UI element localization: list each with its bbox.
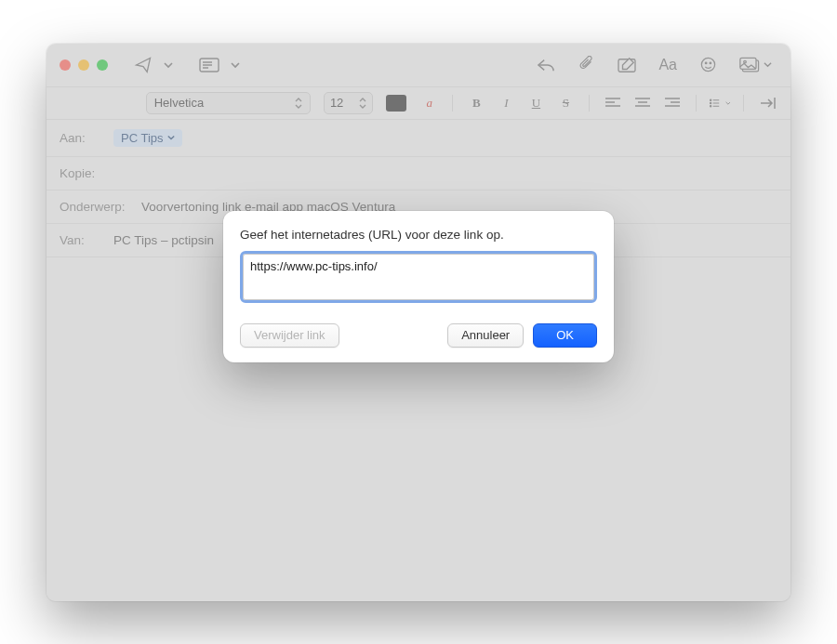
recipient-chip[interactable]: PC Tips	[113, 129, 182, 147]
align-right-button[interactable]	[662, 93, 683, 113]
desktop: Aa Helvetica 12 a B I U S	[0, 0, 837, 644]
text-style-group: B I U S	[466, 93, 576, 113]
dialog-title: Geef het internetadres (URL) voor deze l…	[240, 228, 597, 242]
chevron-down-icon	[164, 60, 173, 70]
header-fields-menu-button[interactable]	[225, 52, 246, 78]
smiley-icon	[699, 56, 717, 73]
add-link-dialog: Geef het internetadres (URL) voor deze l…	[223, 211, 614, 362]
format-aa-icon: Aa	[658, 57, 677, 73]
svg-point-22	[711, 102, 711, 103]
font-size-value: 12	[330, 96, 343, 110]
send-button-group	[128, 52, 179, 78]
indent-button[interactable]	[757, 93, 777, 113]
remove-link-button[interactable]: Verwijder link	[240, 323, 339, 348]
list-icon	[710, 98, 722, 109]
updown-icon	[359, 98, 366, 109]
markup-icon	[618, 57, 636, 73]
separator	[452, 95, 453, 112]
traffic-lights	[60, 59, 108, 71]
align-left-button[interactable]	[603, 93, 623, 113]
header-fields-button-group	[193, 52, 246, 78]
cc-label: Kopie:	[60, 166, 104, 180]
align-center-icon	[635, 98, 650, 109]
svg-point-20	[711, 99, 711, 99]
text-color-swatch[interactable]	[386, 95, 406, 112]
strike-button[interactable]: S	[555, 93, 576, 113]
svg-point-6	[705, 62, 707, 64]
text-style-button[interactable]: a	[419, 93, 440, 113]
photos-icon	[739, 57, 762, 73]
to-label: Aan:	[60, 131, 104, 145]
from-label: Van:	[60, 233, 104, 247]
list-button[interactable]	[710, 93, 730, 113]
chevron-down-icon	[764, 60, 772, 69]
attach-button[interactable]	[573, 52, 601, 78]
markup-button[interactable]	[612, 52, 642, 78]
send-button[interactable]	[128, 52, 158, 78]
separator	[589, 95, 590, 112]
subject-label: Onderwerp:	[60, 200, 132, 214]
minimize-window-button[interactable]	[78, 59, 89, 71]
chevron-down-icon	[725, 99, 731, 107]
mail-compose-window: Aa Helvetica 12 a B I U S	[46, 44, 790, 601]
chevron-down-icon	[231, 60, 240, 70]
cc-field-row[interactable]: Kopie:	[46, 157, 790, 191]
align-center-button[interactable]	[632, 93, 653, 113]
paperplane-icon	[134, 56, 153, 74]
updown-icon	[295, 98, 302, 109]
to-field-row: Aan: PC Tips	[46, 120, 790, 157]
send-menu-button[interactable]	[158, 52, 179, 78]
dialog-button-row: Verwijder link Annuleer OK	[240, 323, 597, 348]
alignment-group	[603, 93, 683, 113]
ok-button[interactable]: OK	[533, 323, 597, 348]
header-fields-button[interactable]	[193, 52, 225, 78]
svg-point-5	[701, 58, 714, 71]
bold-button[interactable]: B	[466, 93, 486, 113]
from-value: PC Tips – pctipsin	[113, 233, 214, 247]
close-window-button[interactable]	[60, 59, 71, 71]
font-family-value: Helvetica	[154, 96, 204, 110]
url-input[interactable]	[240, 251, 597, 303]
emoji-button[interactable]	[694, 52, 723, 78]
recipient-name: PC Tips	[121, 131, 164, 145]
list-rect-icon	[199, 58, 219, 72]
cancel-button[interactable]: Annuleer	[447, 323, 524, 348]
window-titlebar: Aa	[46, 44, 790, 86]
toolbar-actions: Aa	[530, 52, 777, 78]
separator	[743, 95, 744, 112]
photo-browser-button[interactable]	[734, 52, 777, 78]
reply-button[interactable]	[530, 52, 562, 78]
font-family-select[interactable]: Helvetica	[146, 92, 311, 114]
align-left-icon	[605, 98, 620, 109]
svg-point-7	[710, 62, 711, 64]
paperclip-icon	[578, 56, 595, 74]
font-size-select[interactable]: 12	[324, 92, 373, 114]
svg-point-24	[711, 105, 711, 106]
chevron-down-icon	[167, 134, 175, 141]
italic-button[interactable]: I	[496, 93, 516, 113]
format-button[interactable]: Aa	[653, 52, 683, 78]
zoom-window-button[interactable]	[97, 59, 108, 71]
align-right-icon	[665, 98, 680, 109]
reply-arrow-icon	[536, 57, 556, 73]
separator	[696, 95, 697, 112]
underline-button[interactable]: U	[525, 93, 546, 113]
format-bar: Helvetica 12 a B I U S	[46, 86, 790, 120]
indent-icon	[759, 98, 776, 109]
